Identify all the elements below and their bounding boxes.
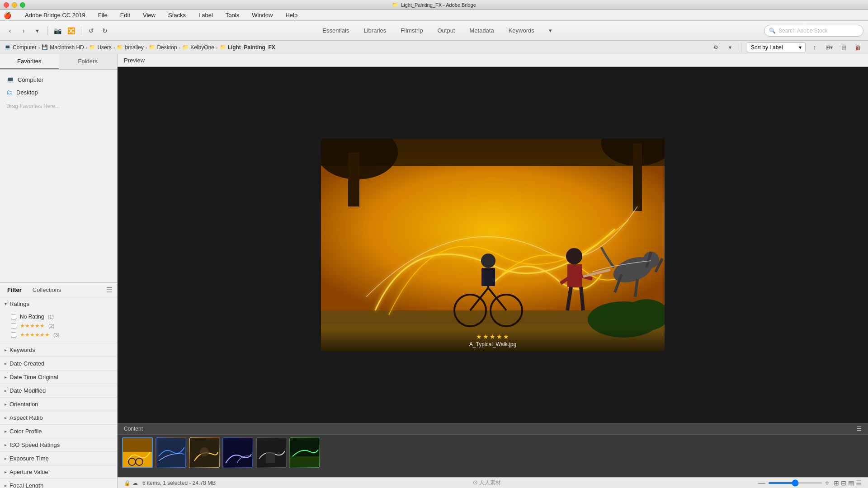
sep2: › <box>86 45 88 50</box>
breadcrumb-lightpainting[interactable]: 📁 Light_Painting_FX <box>220 44 275 51</box>
zoom-slider[interactable] <box>768 482 822 484</box>
menu-label[interactable]: Label <box>196 11 216 19</box>
keywords-header[interactable]: ▸ Keywords <box>0 343 117 357</box>
forward-button[interactable]: › <box>18 25 29 36</box>
tab-keywords[interactable]: Keywords <box>505 25 538 36</box>
thumbnail-2[interactable] <box>189 437 220 468</box>
thumbnail-1[interactable] <box>156 437 186 468</box>
favorites-list: 💻 Computer 🗂 Desktop Drag Favorites Here… <box>0 70 117 282</box>
fav-computer[interactable]: 💻 Computer <box>0 73 117 86</box>
breadcrumb-users[interactable]: 📁 Users <box>89 44 111 51</box>
preview-image-container[interactable]: ★★★★★ A_Typical_Walk.jpg <box>118 67 868 423</box>
filter-tab-collections[interactable]: Collections <box>30 286 64 294</box>
date-created-header[interactable]: ▸ Date Created <box>0 357 117 370</box>
tab-metadata[interactable]: Metadata <box>466 25 497 36</box>
zoom-out-button[interactable]: — <box>758 479 765 487</box>
camera-button[interactable]: 🔀 <box>66 25 76 36</box>
browse-button[interactable]: 📷 <box>52 25 63 36</box>
tab-favorites[interactable]: Favorites <box>0 54 59 69</box>
color-profile-header[interactable]: ▸ Color Profile <box>0 425 117 438</box>
thumbnail-4[interactable] <box>256 437 287 468</box>
back-button[interactable]: ‹ <box>5 25 15 36</box>
menu-window[interactable]: Window <box>249 11 275 19</box>
close-button[interactable] <box>4 2 9 8</box>
thumbnail-5[interactable] <box>289 437 320 468</box>
grid-view-icon[interactable]: ⊞ <box>834 479 839 487</box>
sort-direction[interactable]: ↑ <box>809 42 820 53</box>
preview-canvas: ★★★★★ A_Typical_Walk.jpg <box>321 139 665 351</box>
apple-menu[interactable]: 🍎 <box>4 12 11 19</box>
menu-app[interactable]: Adobe Bridge CC 2019 <box>22 11 88 19</box>
recent-dropdown[interactable]: ▾ <box>32 25 42 36</box>
aspect-ratio-header[interactable]: ▸ Aspect Ratio <box>0 411 117 424</box>
rotate-ccw-button[interactable]: ↺ <box>86 25 97 36</box>
sort-dropdown[interactable]: Sort by Label ▾ <box>747 42 806 52</box>
preview-label: Preview <box>124 57 145 64</box>
aperture-header[interactable]: ▸ Aperture Value <box>0 465 117 479</box>
brand-watermark: ⊙ 人人素材 <box>216 479 758 487</box>
sort-label: Sort by Label <box>751 44 783 51</box>
breadcrumb-kelbyone[interactable]: 📁 KelbyOne <box>182 44 214 51</box>
rotate-cw-button[interactable]: ↻ <box>99 25 110 36</box>
tab-libraries[interactable]: Libraries <box>360 25 390 36</box>
zoom-in-button[interactable]: + <box>825 479 829 487</box>
svg-rect-17 <box>481 268 495 286</box>
tab-folders[interactable]: Folders <box>59 54 118 69</box>
2star-checkbox[interactable] <box>11 323 16 328</box>
2star-count: (2) <box>48 323 54 328</box>
menu-view[interactable]: View <box>140 11 158 19</box>
minimize-button[interactable] <box>12 2 17 8</box>
exposure-header[interactable]: ▸ Exposure Time <box>0 452 117 465</box>
search-adobe-stock[interactable]: 🔍 Search Adobe Stock <box>764 25 863 37</box>
thumb-svg-0 <box>123 438 152 467</box>
thumbnails-button[interactable]: ▤ <box>838 42 849 53</box>
breadcrumb-bmalley[interactable]: 📁 bmalley <box>117 44 143 51</box>
filter-menu-icon[interactable]: ☰ <box>106 286 113 294</box>
date-modified-header[interactable]: ▸ Date Modified <box>0 384 117 397</box>
date-original-header[interactable]: ▸ Date Time Original <box>0 371 117 384</box>
maximize-button[interactable] <box>20 2 25 8</box>
aperture-chevron: ▸ <box>5 469 7 474</box>
orientation-label: Orientation <box>9 401 38 408</box>
tab-filmstrip[interactable]: Filmstrip <box>397 25 426 36</box>
breadcrumb-macintosh[interactable]: 💾 Macintosh HD <box>42 44 84 51</box>
window-controls[interactable] <box>4 2 25 8</box>
tab-essentials[interactable]: Essentials <box>319 25 353 36</box>
sep6: › <box>216 45 218 50</box>
computer-icon: 💻 <box>5 44 11 50</box>
breadcrumb-desktop[interactable]: 📁 Desktop <box>149 44 177 51</box>
toolbar: ‹ › ▾ 📷 🔀 ↺ ↻ Essentials Libraries Films… <box>0 21 868 41</box>
tab-more[interactable]: ▾ <box>545 25 556 36</box>
3star-checkbox[interactable] <box>11 332 16 338</box>
breadcrumb-computer[interactable]: 💻 Computer <box>5 44 37 51</box>
folder-icon-lightpainting: 📁 <box>220 44 226 50</box>
filter-icon[interactable]: ⚙ <box>710 42 721 53</box>
view-options[interactable]: ⊞▾ <box>824 42 835 53</box>
details-view-icon[interactable]: ▤ <box>848 479 854 487</box>
thumbnail-3[interactable] <box>222 437 253 468</box>
menu-file[interactable]: File <box>95 11 110 19</box>
fav-desktop[interactable]: 🗂 Desktop <box>0 86 117 99</box>
tab-output[interactable]: Output <box>434 25 458 36</box>
thumbnail-0[interactable] <box>122 437 153 468</box>
menu-stacks[interactable]: Stacks <box>165 11 189 19</box>
filter-section-date-created: ▸ Date Created <box>0 357 117 371</box>
delete-button[interactable]: 🗑 <box>853 42 863 53</box>
menu-edit[interactable]: Edit <box>118 11 133 19</box>
filter-toggle[interactable]: ▾ <box>725 42 736 53</box>
content-view-toggle[interactable]: ☰ <box>857 426 862 432</box>
list-view-icon[interactable]: ☰ <box>856 479 862 487</box>
filter-tab-filter[interactable]: Filter <box>5 286 24 294</box>
ratings-header[interactable]: ▾ Ratings <box>0 297 117 310</box>
ratings-label: Ratings <box>9 300 29 307</box>
focal-length-header[interactable]: ▸ Focal Length <box>0 479 117 488</box>
menu-help[interactable]: Help <box>283 11 300 19</box>
orientation-header[interactable]: ▸ Orientation <box>0 398 117 411</box>
3star-count: (3) <box>53 332 59 338</box>
iso-header[interactable]: ▸ ISO Speed Ratings <box>0 438 117 451</box>
filter-panel: Filter Collections ☰ ▾ Ratings No Rating… <box>0 282 117 488</box>
no-rating-checkbox[interactable] <box>11 314 16 319</box>
grid-details-icon[interactable]: ⊟ <box>841 479 846 487</box>
menu-tools[interactable]: Tools <box>223 11 242 19</box>
preview-area: Preview <box>118 54 868 488</box>
